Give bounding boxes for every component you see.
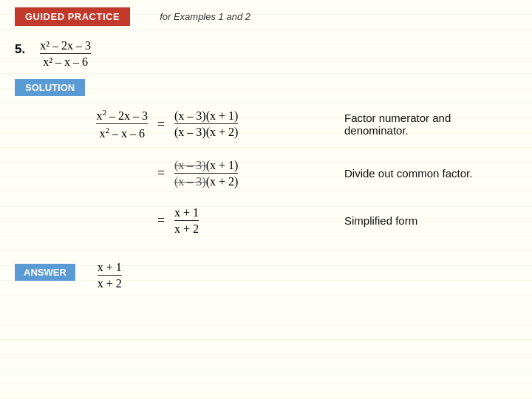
answer-denominator: x + 2 <box>98 277 122 290</box>
header-row: GUIDED PRACTICE for Examples 1 and 2 <box>0 0 532 32</box>
step2-rhs-numerator: (x – 3)(x + 1) <box>174 159 238 174</box>
answer-fraction: x + 1 x + 2 <box>98 261 122 290</box>
step1-description: Factor numerator and denominator. <box>344 112 517 137</box>
answer-numerator: x + 1 <box>98 261 122 276</box>
step2-equals: = <box>148 166 174 181</box>
problem-numerator: x² – 2x – 3 <box>40 39 91 54</box>
step1-equals: = <box>148 117 174 132</box>
step1-lhs-fraction: x2 – 2x – 3 x2 – x – 6 <box>96 108 148 141</box>
problem-denominator: x² – x – 6 <box>43 55 88 69</box>
step1-rhs-denominator: (x – 3)(x + 2) <box>174 126 238 139</box>
step3-equals: = <box>148 213 174 228</box>
step-row-2: = (x – 3)(x + 1) (x – 3)(x + 2) Divide o… <box>15 159 517 188</box>
steps-section: x2 – 2x – 3 x2 – x – 6 = (x – 3)(x + 1) … <box>0 108 532 236</box>
step3-rhs-numerator: x + 1 <box>174 206 199 221</box>
step3-rhs-fraction: x + 1 x + 2 <box>174 206 199 236</box>
problem-fraction: x² – 2x – 3 x² – x – 6 <box>40 39 91 69</box>
step2-strike-bottom: (x – 3) <box>174 175 206 188</box>
step1-rhs: (x – 3)(x + 1) (x – 3)(x + 2) <box>174 109 322 139</box>
solution-badge: SOLUTION <box>15 79 85 96</box>
step2-description: Divide out common factor. <box>344 167 472 180</box>
page-content: GUIDED PRACTICE for Examples 1 and 2 5. … <box>0 0 532 298</box>
step2-rhs-fraction: (x – 3)(x + 1) (x – 3)(x + 2) <box>174 159 238 188</box>
step1-lhs-denominator: x2 – x – 6 <box>99 126 145 140</box>
step1-lhs-numerator: x2 – 2x – 3 <box>96 108 148 124</box>
problem-number: 5. <box>15 42 25 57</box>
step3-rhs: x + 1 x + 2 <box>174 206 322 236</box>
step2-rhs: (x – 3)(x + 1) (x – 3)(x + 2) <box>174 159 322 188</box>
step2-strike-top: (x – 3) <box>174 159 206 171</box>
step3-rhs-denominator: x + 2 <box>174 222 199 236</box>
step-row-1: x2 – 2x – 3 x2 – x – 6 = (x – 3)(x + 1) … <box>15 108 517 141</box>
step1-lhs: x2 – 2x – 3 x2 – x – 6 <box>15 108 148 141</box>
step1-rhs-fraction: (x – 3)(x + 1) (x – 3)(x + 2) <box>174 109 238 139</box>
step3-description: Simplified form <box>344 214 417 227</box>
for-examples-label: for Examples 1 and 2 <box>160 11 250 22</box>
step-row-3: = x + 1 x + 2 Simplified form <box>15 206 517 236</box>
guided-practice-badge: GUIDED PRACTICE <box>15 7 130 26</box>
step2-rhs-denominator: (x – 3)(x + 2) <box>174 175 238 188</box>
step1-rhs-numerator: (x – 3)(x + 1) <box>174 109 238 124</box>
problem-row: 5. x² – 2x – 3 x² – x – 6 <box>0 32 532 79</box>
answer-badge: ANSWER <box>15 264 75 281</box>
answer-row: ANSWER x + 1 x + 2 <box>0 253 532 298</box>
